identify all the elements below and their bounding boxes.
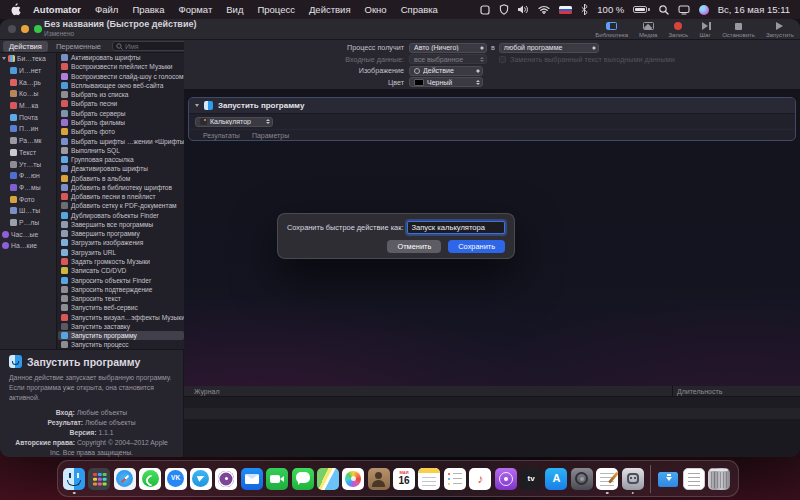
menu-extra-icon[interactable] (480, 4, 490, 16)
menu-item-9[interactable]: Справка (401, 4, 438, 15)
action-item-24[interactable]: Записать CD/DVD (58, 266, 184, 275)
action-item-17[interactable]: Добавить сетку к PDF-документам (58, 201, 184, 210)
action-item-8[interactable]: Выбрать фильмы (58, 118, 184, 127)
toolbar-media-button[interactable]: Медиа (639, 22, 657, 38)
category-item-6[interactable]: П…ин (0, 123, 56, 135)
dock-trash[interactable] (708, 468, 730, 490)
image-popup[interactable]: Действие (409, 66, 483, 76)
dock-appstore[interactable]: A (545, 468, 567, 490)
action-item-25[interactable]: Запросить объекты Finder (58, 275, 184, 284)
zoom-button[interactable] (34, 25, 42, 33)
close-button[interactable] (8, 25, 16, 33)
workflow-receives-popup[interactable]: Авто (Ничего) (409, 43, 487, 53)
category-item-12[interactable]: Фото (0, 193, 56, 205)
action-item-16[interactable]: Добавить песни в плейлист (58, 192, 184, 201)
toolbar-run-button[interactable]: Запустить (766, 22, 794, 38)
dock-vk[interactable]: VK (165, 468, 187, 490)
replace-text-checkbox[interactable] (499, 56, 506, 63)
bluetooth-icon[interactable] (581, 4, 588, 16)
smart-collection-1[interactable]: Час…ые (0, 228, 56, 240)
dock-downloads[interactable] (657, 468, 679, 490)
apple-menu-icon[interactable] (10, 4, 21, 16)
block-footer-tab-2[interactable]: Параметры (252, 132, 289, 139)
wifi-icon[interactable] (538, 4, 550, 16)
chevron-down-icon[interactable] (195, 104, 199, 107)
dock-finder[interactable] (63, 468, 85, 490)
action-item-28[interactable]: Запустить веб-сервис (58, 303, 184, 312)
action-item-9[interactable]: Выбрать фото (58, 127, 184, 136)
action-item-26[interactable]: Запросить подтверждение (58, 285, 184, 294)
category-item-1[interactable]: И…нет (0, 65, 56, 77)
action-item-30[interactable]: Запустить заставку (58, 322, 184, 331)
dock-mail[interactable] (241, 468, 263, 490)
action-item-10[interactable]: Выбрать шрифты …жении «Шрифты» (58, 136, 184, 145)
volume-icon[interactable] (518, 4, 529, 16)
toolbar-stop-button[interactable]: Остановить (722, 22, 755, 38)
action-item-32[interactable]: Запустить процесс (58, 340, 184, 349)
dock-settings[interactable] (571, 468, 593, 490)
action-item-1[interactable]: Активировать шрифты (58, 53, 184, 62)
dock-photos[interactable] (342, 468, 364, 490)
dock-safari[interactable] (114, 468, 136, 490)
category-item-10[interactable]: Ф…юн (0, 170, 56, 182)
menu-item-7[interactable]: Действия (309, 4, 351, 15)
actions-list[interactable]: Активировать шрифтыВоспроизвести плейлис… (58, 53, 184, 349)
action-item-6[interactable]: Выбрать песни (58, 99, 184, 108)
minimize-button[interactable] (21, 25, 29, 33)
action-item-3[interactable]: Воспроизвести слайд-шоу с голосом (58, 72, 184, 81)
log-column-duration[interactable]: Длительность (677, 388, 722, 395)
dock-appletv[interactable]: tv (520, 468, 542, 490)
dock-tor[interactable] (215, 468, 237, 490)
menu-item-3[interactable]: Правка (132, 4, 164, 15)
action-item-11[interactable]: Выполнить SQL (58, 146, 184, 155)
dock-telegram[interactable] (190, 468, 212, 490)
menu-item-2[interactable]: Файл (95, 4, 118, 15)
category-item-8[interactable]: Текст (0, 147, 56, 159)
dock-contacts[interactable] (368, 468, 390, 490)
category-item-9[interactable]: Ут…ты (0, 158, 56, 170)
color-popup[interactable]: Черный (409, 77, 483, 87)
action-item-31[interactable]: Запустить программу (58, 331, 184, 340)
action-item-13[interactable]: Деактивировать шрифты (58, 164, 184, 173)
categories-list[interactable]: Би…текаИ…нетКа…рьКо…ыМ…каПочтаП…инРа…мкТ… (0, 53, 57, 349)
dock-calendar[interactable]: МАЙ16 (393, 468, 415, 490)
action-item-27[interactable]: Запросить текст (58, 294, 184, 303)
dock-messages[interactable] (292, 468, 314, 490)
action-item-4[interactable]: Всплывающее окно веб-сайта (58, 81, 184, 90)
category-item-5[interactable]: Почта (0, 111, 56, 123)
cancel-button[interactable]: Отменить (387, 240, 441, 253)
toolbar-record-button[interactable]: Запись (668, 22, 688, 38)
save-button[interactable]: Сохранить (448, 240, 505, 253)
dock-documents[interactable] (683, 468, 705, 490)
action-item-5[interactable]: Выбрать из списка (58, 90, 184, 99)
ru-flag-icon[interactable] (559, 6, 572, 14)
category-item-4[interactable]: М…ка (0, 100, 56, 112)
dock-reminders[interactable] (444, 468, 466, 490)
toolbar-library-button[interactable]: Библиотека (595, 22, 628, 38)
siri-icon[interactable] (699, 5, 709, 15)
action-item-14[interactable]: Добавить в альбом (58, 173, 184, 182)
category-item-11[interactable]: Ф…мы (0, 182, 56, 194)
category-library-root[interactable]: Би…тека (0, 53, 56, 65)
category-item-13[interactable]: Ш…ты (0, 205, 56, 217)
menu-item-6[interactable]: Процесс (257, 4, 295, 15)
dock-automator[interactable] (622, 468, 644, 490)
dock-notes[interactable] (418, 468, 440, 490)
menu-item-8[interactable]: Окно (365, 4, 387, 15)
app-select-popup[interactable]: Калькулятор (195, 117, 273, 127)
category-item-2[interactable]: Ка…рь (0, 76, 56, 88)
action-item-12[interactable]: Групповая рассылка (58, 155, 184, 164)
dock-maps[interactable] (317, 468, 339, 490)
category-item-7[interactable]: Ра…мк (0, 135, 56, 147)
dock-podcasts[interactable] (495, 468, 517, 490)
shield-icon[interactable] (499, 4, 509, 16)
dock-textedit[interactable] (596, 468, 618, 490)
tab-variables[interactable]: Переменные (50, 41, 107, 52)
dock-whatsapp[interactable] (139, 468, 161, 490)
toolbar-step-button[interactable]: Шаг (699, 22, 711, 38)
disclosure-triangle-icon[interactable] (2, 57, 6, 60)
action-item-22[interactable]: Загрузить URL (58, 248, 184, 257)
menu-clock[interactable]: Вс, 16 мая 15:11 (718, 4, 790, 15)
category-item-3[interactable]: Ко…ы (0, 88, 56, 100)
smart-collection-2[interactable]: На…кие (0, 240, 56, 252)
